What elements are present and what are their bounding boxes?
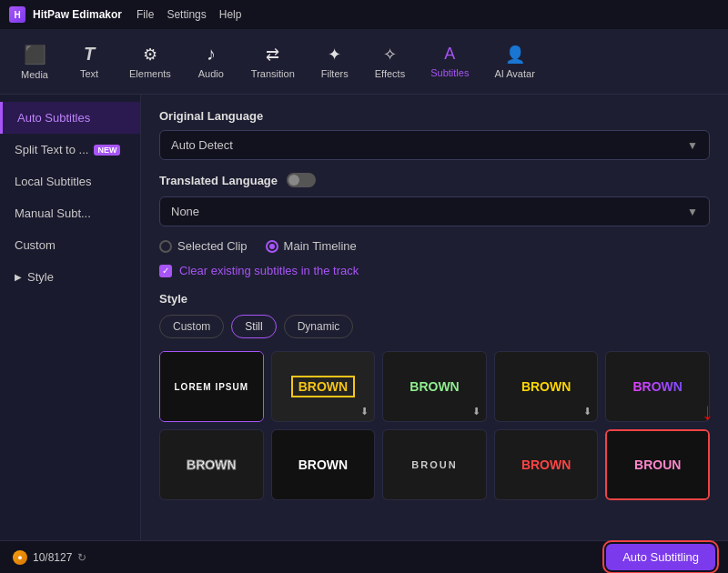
sidebar-local-subtitles-label: Local Subtitles (15, 175, 92, 188)
radio-row: Selected Clip Main Timeline (159, 239, 710, 253)
original-language-value: Auto Detect (171, 138, 233, 152)
sidebar-item-custom[interactable]: Custom (0, 229, 140, 261)
credits-value: 10/8127 (33, 551, 72, 564)
red-arrow-indicator: ↓ (702, 397, 713, 426)
card-pink-bg: BROUN (607, 431, 708, 498)
transition-label: Transition (251, 68, 295, 79)
toolbar-media[interactable]: ⬛ Media (7, 38, 62, 85)
credits-row: ● 10/8127 ↻ (13, 550, 86, 565)
download-icon-3: ⬇ (583, 406, 592, 417)
effects-icon: ✧ (383, 45, 397, 65)
card-lorem-bg: LOREM IPSUM (160, 352, 263, 421)
style-tab-still[interactable]: Still (231, 315, 276, 338)
sidebar-item-local-subtitles[interactable]: Local Subtitles (0, 166, 140, 197)
translated-language-row: Translated Language (159, 173, 710, 187)
coin-icon: ● (13, 550, 27, 565)
style-card-lorem[interactable]: LOREM IPSUM (159, 351, 264, 422)
right-panel: Original Language Auto Detect ▼ Translat… (141, 95, 728, 573)
card-red-bg: BROWN (495, 430, 598, 499)
style-tab-custom[interactable]: Custom (159, 315, 224, 338)
sidebar: Auto Subtitles Split Text to ... NEW Loc… (0, 95, 141, 573)
download-icon-1: ⬇ (360, 406, 369, 417)
sidebar-item-auto-subtitles[interactable]: Auto Subtitles (0, 102, 140, 134)
audio-icon: ♪ (207, 44, 216, 65)
audio-label: Audio (198, 68, 224, 79)
refresh-icon[interactable]: ↻ (77, 551, 86, 564)
menu-file[interactable]: File (136, 8, 154, 21)
radio-circle-main-timeline (266, 240, 278, 253)
toolbar-elements[interactable]: ⚙ Elements (116, 39, 184, 85)
clear-subtitles-checkbox[interactable]: ✓ (159, 265, 172, 277)
sidebar-split-text-label: Split Text to ... (15, 143, 88, 156)
ai-avatar-icon: 👤 (505, 45, 525, 65)
translated-language-dropdown[interactable]: None ▼ (159, 196, 710, 226)
checkbox-row[interactable]: ✓ Clear existing subtitles in the track (159, 264, 710, 277)
new-badge: NEW (94, 145, 120, 156)
sidebar-manual-subt-label: Manual Subt... (15, 206, 91, 220)
checkbox-label: Clear existing subtitles in the track (179, 264, 359, 277)
style-card-stencil[interactable]: BROUN (382, 429, 487, 500)
card-green-bg: BROWN (383, 352, 486, 421)
translated-language-value: None (171, 205, 199, 218)
style-card-pink[interactable]: BROUN (605, 429, 710, 500)
style-tabs: Custom Still Dynamic (159, 315, 710, 338)
toolbar-subtitles[interactable]: A Subtitles (418, 39, 481, 84)
card-red-text: BROWN (521, 457, 571, 472)
sidebar-item-manual-subt[interactable]: Manual Subt... (0, 197, 140, 229)
radio-main-timeline[interactable]: Main Timeline (266, 239, 357, 253)
dropdown-arrow-icon: ▼ (687, 139, 698, 152)
toolbar-ai-avatar[interactable]: 👤 AI Avatar (481, 39, 547, 85)
original-language-dropdown[interactable]: Auto Detect ▼ (159, 130, 710, 160)
toolbar-filters[interactable]: ✦ Filters (308, 39, 362, 85)
toolbar-text[interactable]: T Text (62, 38, 116, 85)
text-icon: T (84, 44, 95, 65)
card-gold-text: BROWN (521, 379, 571, 394)
menu-help[interactable]: Help (219, 8, 242, 21)
text-label: Text (80, 68, 98, 79)
auto-subtitling-button[interactable]: Auto Subtitling (606, 544, 715, 570)
subtitles-icon: A (444, 45, 455, 64)
subtitles-label: Subtitles (430, 67, 469, 78)
style-card-gold[interactable]: BROWN ⬇ (494, 351, 599, 422)
radio-circle-selected-clip (159, 240, 172, 253)
style-card-purple[interactable]: BROWN (605, 351, 710, 422)
style-header: Style (159, 292, 710, 306)
effects-label: Effects (375, 68, 405, 79)
toggle-knob (288, 175, 299, 186)
radio-selected-clip[interactable]: Selected Clip (159, 239, 248, 253)
card-yellow-text: BROWN (291, 376, 355, 397)
style-grid-row1: LOREM IPSUM BROWN ⬇ BROWN ⬇ BROWN ⬇ (159, 351, 710, 422)
toolbar-transition[interactable]: ⇄ Transition (238, 39, 308, 85)
style-tab-dynamic[interactable]: Dynamic (284, 315, 354, 338)
style-card-red[interactable]: BROWN (494, 429, 599, 500)
menu-settings[interactable]: Settings (167, 8, 206, 21)
chevron-right-icon: ▶ (15, 272, 22, 282)
toolbar-effects[interactable]: ✧ Effects (362, 39, 418, 85)
filters-icon: ✦ (328, 45, 341, 65)
style-card-outline[interactable]: BROWN (159, 429, 264, 500)
ai-avatar-label: AI Avatar (494, 68, 534, 79)
media-icon: ⬛ (24, 44, 46, 65)
media-label: Media (21, 69, 48, 80)
translated-language-toggle[interactable] (287, 173, 316, 187)
card-purple-bg: BROWN (606, 352, 709, 421)
card-bold-text: BROWN (298, 457, 348, 472)
style-card-bold[interactable]: BROWN (271, 429, 376, 500)
sidebar-style-label: Style (27, 270, 54, 284)
radio-main-timeline-label: Main Timeline (284, 239, 357, 253)
menu-bar: File Settings Help (136, 8, 241, 21)
style-tab-dynamic-label: Dynamic (298, 320, 340, 333)
main-content: Auto Subtitles Split Text to ... NEW Loc… (0, 95, 728, 573)
style-tab-custom-label: Custom (173, 320, 210, 333)
sidebar-item-style[interactable]: ▶ Style (0, 261, 140, 293)
elements-icon: ⚙ (143, 45, 157, 65)
style-card-green[interactable]: BROWN ⬇ (382, 351, 487, 422)
sidebar-item-split-text[interactable]: Split Text to ... NEW (0, 134, 140, 166)
style-card-yellow-border[interactable]: BROWN ⬇ (271, 351, 376, 422)
transition-icon: ⇄ (266, 45, 279, 65)
toolbar-audio[interactable]: ♪ Audio (184, 38, 238, 85)
style-tab-still-label: Still (245, 320, 262, 333)
card-outline-text: BROWN (187, 457, 236, 472)
app-name: HitPaw Edimakor (33, 8, 122, 21)
toolbar: ⬛ Media T Text ⚙ Elements ♪ Audio ⇄ Tran… (0, 29, 728, 95)
